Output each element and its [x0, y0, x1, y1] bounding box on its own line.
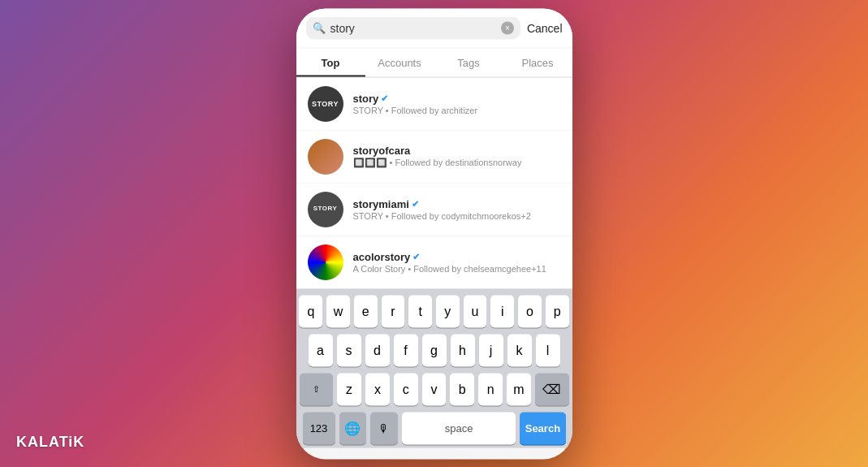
keyboard-row-1: q w e r t y u i o p: [300, 295, 569, 327]
tabs-bar: Top Accounts Tags Places: [296, 48, 572, 77]
key-y[interactable]: y: [436, 295, 460, 327]
search-input[interactable]: [330, 21, 496, 34]
verified-badge: ✔: [412, 251, 420, 262]
key-n[interactable]: n: [478, 373, 503, 405]
tab-places[interactable]: Places: [503, 48, 572, 76]
avatar: STORY: [308, 191, 343, 227]
key-g[interactable]: g: [422, 334, 447, 366]
key-f[interactable]: f: [394, 334, 418, 366]
key-i[interactable]: i: [490, 295, 514, 327]
delete-key[interactable]: ⌫: [535, 373, 569, 405]
result-username: storyofcara: [353, 145, 561, 157]
key-b[interactable]: b: [450, 373, 474, 405]
keyboard-bottom-row: 123 🌐 🎙 space Search: [300, 412, 569, 444]
result-info: acolorstory ✔ A Color Story • Followed b…: [353, 250, 561, 273]
key-v[interactable]: v: [422, 373, 447, 405]
key-m[interactable]: m: [507, 373, 531, 405]
keyboard-row-3: ⇧ z x c v b n m ⌫: [300, 373, 569, 405]
search-icon: 🔍: [313, 22, 326, 34]
result-subtitle: STORY • Followed by architizer: [353, 105, 561, 115]
list-item[interactable]: storyofcara 🔲🔲🔲 • Followed by destinatio…: [296, 130, 572, 183]
result-info: storyofcara 🔲🔲🔲 • Followed by destinatio…: [353, 145, 561, 168]
result-username: storymiami ✔: [353, 197, 561, 210]
search-input-wrapper[interactable]: 🔍 ×: [306, 16, 520, 39]
list-item[interactable]: STORY storymiami ✔ STORY • Followed by c…: [296, 183, 572, 236]
key-k[interactable]: k: [507, 334, 532, 366]
key-h[interactable]: h: [451, 334, 475, 366]
key-s[interactable]: s: [337, 334, 361, 366]
key-d[interactable]: d: [365, 334, 390, 366]
avatar: STORY: [308, 85, 343, 121]
key-j[interactable]: j: [479, 334, 503, 366]
result-subtitle: 🔲🔲🔲 • Followed by destinationsnorway: [353, 158, 561, 168]
search-bar: 🔍 × Cancel: [296, 8, 572, 48]
keyboard: q w e r t y u i o p a s d f g h j k l ⇧ …: [296, 288, 572, 448]
watermark: KALATiK: [16, 434, 84, 451]
numbers-key[interactable]: 123: [303, 412, 335, 444]
result-username: acolorstory ✔: [353, 250, 561, 262]
avatar: [308, 244, 343, 279]
key-o[interactable]: o: [518, 295, 542, 327]
key-q[interactable]: q: [299, 295, 322, 327]
space-key[interactable]: space: [402, 412, 516, 444]
verified-badge: ✔: [381, 93, 388, 103]
search-key[interactable]: Search: [520, 412, 565, 444]
avatar: [308, 138, 343, 174]
list-item[interactable]: STORY story ✔ STORY • Followed by archit…: [296, 77, 572, 130]
mic-key[interactable]: 🎙: [370, 412, 398, 444]
tab-tags[interactable]: Tags: [434, 48, 503, 76]
phone-container: 🔍 × Cancel Top Accounts Tags Places STOR…: [296, 8, 572, 459]
key-t[interactable]: t: [408, 295, 432, 327]
shift-key[interactable]: ⇧: [300, 373, 334, 405]
key-w[interactable]: w: [326, 295, 350, 327]
key-a[interactable]: a: [309, 334, 333, 366]
key-e[interactable]: e: [354, 295, 378, 327]
keyboard-row-2: a s d f g h j k l: [300, 334, 569, 366]
cancel-button[interactable]: Cancel: [527, 21, 563, 34]
results-list: STORY story ✔ STORY • Followed by archit…: [296, 77, 572, 288]
list-item[interactable]: acolorstory ✔ A Color Story • Followed b…: [296, 236, 572, 288]
verified-badge: ✔: [412, 198, 419, 209]
result-subtitle: STORY • Followed by codymitchmoorekos+2: [353, 210, 561, 220]
result-username: story ✔: [353, 92, 561, 104]
globe-key[interactable]: 🌐: [339, 412, 367, 444]
result-info: storymiami ✔ STORY • Followed by codymit…: [353, 197, 561, 220]
key-u[interactable]: u: [464, 295, 487, 327]
tab-top[interactable]: Top: [296, 48, 365, 76]
key-x[interactable]: x: [365, 373, 390, 405]
key-p[interactable]: p: [546, 295, 569, 327]
key-l[interactable]: l: [536, 334, 560, 366]
key-c[interactable]: c: [394, 373, 418, 405]
tab-accounts[interactable]: Accounts: [365, 48, 434, 76]
key-z[interactable]: z: [337, 373, 361, 405]
result-info: story ✔ STORY • Followed by architizer: [353, 92, 561, 115]
result-subtitle: A Color Story • Followed by chelseamcgeh…: [353, 263, 561, 273]
key-r[interactable]: r: [382, 295, 405, 327]
clear-icon[interactable]: ×: [501, 21, 514, 34]
